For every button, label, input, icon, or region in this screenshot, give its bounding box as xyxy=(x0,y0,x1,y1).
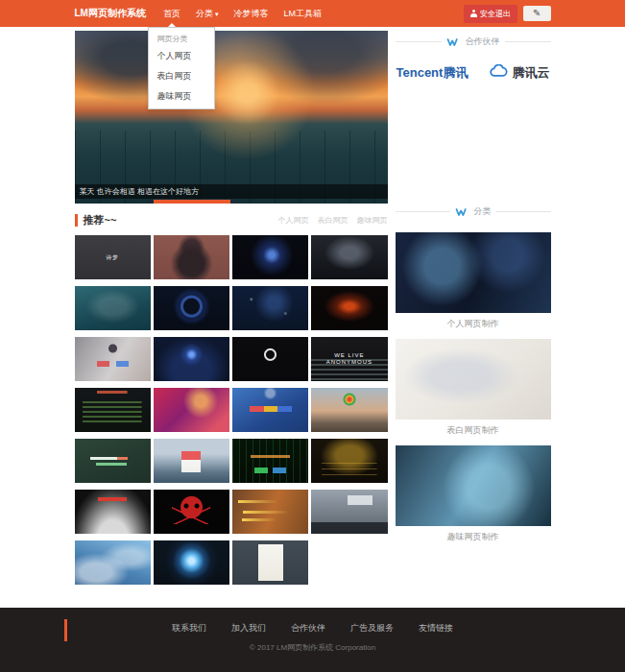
thumbnail-tile[interactable] xyxy=(154,337,229,381)
thumbnail-grid: 诗梦 xyxy=(75,235,388,585)
thumbnail-tile[interactable] xyxy=(232,540,308,585)
divider-line xyxy=(396,41,442,42)
thumbnail-tile[interactable] xyxy=(232,490,308,534)
thumbnail-tile[interactable] xyxy=(311,388,387,432)
categories-title: 分类 xyxy=(474,205,492,218)
recommend-filter-links: 个人网页表白网页趣味网页 xyxy=(278,215,388,226)
thumbnail-tile[interactable] xyxy=(232,337,308,381)
thumbnail-tile[interactable] xyxy=(311,439,387,483)
partners-header: 合作伙伴 xyxy=(396,36,551,48)
user-icon xyxy=(470,10,477,17)
dropdown-items: 个人网页 表白网页 趣味网页 xyxy=(149,46,214,107)
pencil-icon: ✎ xyxy=(533,8,541,18)
thumbnail-tile[interactable] xyxy=(154,540,229,585)
thumbnail-tile[interactable] xyxy=(232,388,308,432)
footer-links: 联系我们加入我们合作伙伴广告及服务友情链接 xyxy=(0,622,625,635)
chevron-down-icon: ▾ xyxy=(215,11,219,17)
footer-link[interactable]: 友情链接 xyxy=(419,622,453,635)
dropdown-menu-item[interactable]: 个人网页 xyxy=(149,46,214,66)
category-card[interactable]: 个人网页制作 xyxy=(396,232,551,339)
category-dropdown-menu: 网页分类 个人网页 表白网页 趣味网页 xyxy=(148,27,215,109)
thumbnail-text: 诗梦 xyxy=(106,254,119,261)
nav-item-category[interactable]: 分类▾ xyxy=(188,0,227,28)
divider-line xyxy=(496,211,551,212)
thumbnail-tile[interactable] xyxy=(75,337,151,381)
footer-link[interactable]: 合作伙伴 xyxy=(291,622,325,635)
thumbnail-tile[interactable] xyxy=(75,439,151,483)
top-navbar: LM网页制作系统 首页 分类▾ 冷梦博客 LM工具箱 安全退出 ✎ 网页分类 个… xyxy=(0,0,625,27)
thumbnail-tile[interactable] xyxy=(75,490,151,534)
thumbnail-text: WE LIVE ANONYMOUS xyxy=(311,352,387,365)
recommend-filter-link[interactable]: 表白网页 xyxy=(318,215,349,226)
dropdown-header: 网页分类 xyxy=(149,30,214,46)
category-card[interactable]: 表白网页制作 xyxy=(396,339,551,445)
recommend-filter-link[interactable]: 个人网页 xyxy=(278,215,309,226)
category-caption: 个人网页制作 xyxy=(396,313,551,339)
footer-link[interactable]: 加入我们 xyxy=(231,622,266,635)
nav-item-toolbox[interactable]: LM工具箱 xyxy=(276,0,329,27)
thumbnail-tile[interactable] xyxy=(311,286,387,330)
category-image xyxy=(396,339,551,420)
carousel-progress-indicator[interactable] xyxy=(154,200,230,204)
recommend-title: 推荐~~ xyxy=(75,214,117,227)
thumbnail-tile[interactable] xyxy=(154,490,229,534)
cloud-icon xyxy=(489,64,510,82)
thumbnail-tile[interactable] xyxy=(311,235,387,279)
recommend-filter-link[interactable]: 趣味网页 xyxy=(357,215,388,226)
category-image xyxy=(396,232,551,313)
thumbnail-tile[interactable] xyxy=(75,540,151,585)
thumbnail-tile[interactable]: 诗梦 xyxy=(75,235,151,279)
thumbnail-tile[interactable] xyxy=(154,439,229,483)
copyright-text: © 2017 LM网页制作系统 Corporation xyxy=(0,642,625,653)
sidebar: 合作伙伴 Tencent腾讯 腾讯云 分类 xyxy=(396,27,551,585)
thumbnail-tile[interactable]: WE LIVE ANONYMOUS xyxy=(311,337,387,381)
divider-line xyxy=(396,211,450,212)
thumbnail-tile[interactable] xyxy=(154,388,229,432)
site-brand[interactable]: LM网页制作系统 xyxy=(75,7,146,20)
category-image xyxy=(396,445,551,526)
thumbnail-tile[interactable] xyxy=(232,235,308,279)
logo-w-icon xyxy=(446,37,461,47)
hero-carousel-slide[interactable]: 某天 也许会相遇 相遇在这个好地方 xyxy=(75,31,388,204)
dropdown-menu-item[interactable]: 趣味网页 xyxy=(149,86,214,107)
partners-title: 合作伙伴 xyxy=(466,36,500,48)
thumbnail-tile[interactable] xyxy=(75,388,151,432)
recommend-section-header: 推荐~~ 个人网页表白网页趣味网页 xyxy=(75,214,388,227)
hero-caption: 某天 也许会相遇 相遇在这个好地方 xyxy=(75,184,388,199)
categories-header: 分类 xyxy=(396,205,551,218)
footer-accent-bar xyxy=(64,619,67,641)
thumbnail-tile[interactable] xyxy=(154,286,229,330)
thumbnail-tile[interactable] xyxy=(154,235,229,279)
main-column: 某天 也许会相遇 相遇在这个好地方 推荐~~ 个人网页表白网页趣味网页 诗梦 xyxy=(75,27,388,585)
nav-actions: 安全退出 ✎ xyxy=(464,5,550,23)
divider-line xyxy=(505,41,551,42)
tencent-logo[interactable]: Tencent腾讯 xyxy=(397,64,469,82)
nav-item-home[interactable]: 首页 xyxy=(156,0,188,27)
category-card[interactable]: 趣味网页制作 xyxy=(396,445,551,552)
footer-link[interactable]: 联系我们 xyxy=(172,622,206,635)
thumbnail-tile[interactable] xyxy=(232,286,308,330)
dropdown-menu-item[interactable]: 表白网页 xyxy=(149,66,214,86)
thumbnail-tile[interactable] xyxy=(311,490,387,534)
thumbnail-tile[interactable] xyxy=(232,439,308,483)
edit-button[interactable]: ✎ xyxy=(523,6,550,21)
logo-w-icon xyxy=(455,207,469,217)
thumbnail-tile[interactable] xyxy=(75,286,151,330)
category-caption: 趣味网页制作 xyxy=(396,526,551,552)
footer: 联系我们加入我们合作伙伴广告及服务友情链接 © 2017 LM网页制作系统 Co… xyxy=(0,608,625,672)
category-caption: 表白网页制作 xyxy=(396,420,551,445)
tencent-cloud-logo[interactable]: 腾讯云 xyxy=(489,64,550,82)
nav-item-blog[interactable]: 冷梦博客 xyxy=(226,0,276,27)
footer-link[interactable]: 广告及服务 xyxy=(350,622,394,635)
partner-logos: Tencent腾讯 腾讯云 xyxy=(396,64,551,82)
category-card-list: 个人网页制作 表白网页制作 趣味网页制作 xyxy=(396,232,551,552)
logout-button[interactable]: 安全退出 xyxy=(464,5,517,23)
